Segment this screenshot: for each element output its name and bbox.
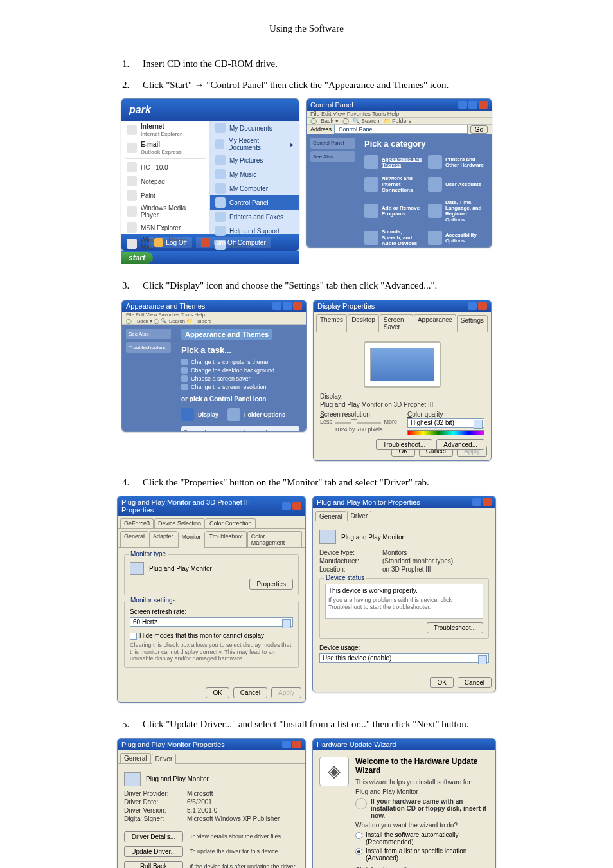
cp-sidebar-box-1[interactable]: Control Panel [310, 138, 355, 149]
help-icon[interactable] [282, 502, 291, 510]
help-icon[interactable] [282, 741, 291, 748]
start-button[interactable]: start [121, 252, 153, 264]
close-icon[interactable] [293, 302, 302, 310]
tab-troubleshoot[interactable]: Troubleshoot [206, 531, 247, 547]
tab-themes[interactable]: Themes [316, 314, 347, 332]
hidemodes-checkbox[interactable] [130, 633, 137, 640]
ok-button[interactable]: OK [430, 677, 453, 688]
tab-general[interactable]: General [120, 753, 151, 763]
tab-driver[interactable]: Driver [152, 754, 177, 764]
cat-accessibility[interactable]: Accessibility Options [428, 229, 486, 246]
sm-item-mymusic[interactable]: My Music [210, 167, 299, 181]
task-ss[interactable]: Choose a screen saver [181, 375, 299, 382]
driver-details-button[interactable]: Driver Details... [124, 831, 183, 842]
cat-datetime[interactable]: Date, Time, Language, and Regional Optio… [428, 199, 486, 222]
step-5-text: Click "Update Driver..." and select "Ins… [143, 717, 529, 732]
refresh-rate-combo[interactable]: 60 Hertz [130, 617, 293, 627]
sm-item-mycomp[interactable]: My Computer [210, 181, 299, 195]
sm-item-hct[interactable]: HCT 10.0 [121, 160, 209, 174]
sm-item-mypics[interactable]: My Pictures [210, 153, 299, 167]
help-icon[interactable] [472, 498, 481, 506]
appthemes-window: Appearance and Themes File Edit View Fav… [121, 300, 306, 432]
maximize-icon[interactable] [283, 302, 292, 310]
sm-item-controlpanel[interactable]: Control Panel [210, 195, 299, 210]
sm-item-internet[interactable]: InternetInternet Explorer [121, 121, 209, 139]
sm-item-wmp[interactable]: Windows Media Player [121, 203, 209, 221]
taskbar: start [121, 251, 299, 264]
cat-appearance[interactable]: Appearance and Themes [364, 155, 423, 169]
status-textbox: This device is working properly. If you … [325, 584, 483, 619]
color-quality-combo[interactable]: Highest (32 bit) [407, 418, 484, 428]
rollback-driver-button[interactable]: Roll Back Driver [124, 861, 183, 868]
tab-appearance[interactable]: Appearance [414, 314, 456, 332]
close-icon[interactable] [478, 302, 487, 310]
cancel-button[interactable]: Cancel [458, 677, 492, 688]
resolution-slider[interactable] [335, 422, 381, 424]
cat-sounds[interactable]: Sounds, Speech, and Audio Devices [364, 229, 423, 246]
troubleshoot-button[interactable]: Troubleshoot... [427, 622, 483, 633]
cp-address-field[interactable]: Control Panel [334, 125, 468, 134]
tab-devsel[interactable]: Device Selection [154, 518, 205, 528]
task-theme[interactable]: Change the computer's theme [181, 359, 299, 365]
tab-settings[interactable]: Settings [457, 315, 488, 332]
cp-addressbar: AddressControl PanelGo [306, 125, 492, 134]
cp-heading: Pick a category [364, 139, 486, 149]
apply-button[interactable]: Apply [271, 687, 301, 698]
cp-sidebar-box-2[interactable]: See Also [310, 151, 355, 162]
close-icon[interactable] [483, 498, 492, 506]
printer-icon [215, 212, 226, 222]
drvactions-body: Plug and Play Monitor Driver Provider:Mi… [118, 764, 305, 868]
sm-item-help[interactable]: Help and Support [210, 224, 299, 238]
tab-monitor[interactable]: Monitor [178, 532, 205, 548]
device-usage-combo[interactable]: Use this device (enable) [319, 653, 489, 663]
properties-button[interactable]: Properties [249, 579, 293, 590]
task-bg[interactable]: Change the desktop background [181, 367, 299, 374]
update-driver-button[interactable]: Update Driver... [124, 846, 183, 857]
tab-screensaver[interactable]: Screen Saver [380, 314, 413, 332]
tab-general[interactable]: General [120, 531, 148, 547]
tab-desktop[interactable]: Desktop [348, 314, 379, 332]
cp-go-button[interactable]: Go [470, 125, 488, 134]
tab-colormgmt[interactable]: Color Management [247, 531, 302, 547]
logoff-button[interactable]: Log Off [149, 237, 192, 248]
close-icon[interactable] [292, 741, 301, 748]
appthemes-sidebar: See Also Troubleshooters [122, 325, 175, 432]
tab-general[interactable]: General [315, 511, 346, 521]
maximize-icon[interactable] [468, 101, 477, 109]
task-res[interactable]: Change the screen resolution [181, 384, 299, 390]
minimize-icon[interactable] [272, 302, 281, 310]
cat-addremove[interactable]: Add or Remove Programs [364, 199, 423, 222]
advanced-button[interactable]: Advanced... [436, 439, 484, 450]
tab-driver[interactable]: Driver [347, 511, 372, 521]
help-icon[interactable] [468, 302, 477, 310]
turnoff-button[interactable]: Turn Off Computer [196, 237, 271, 248]
ok-button[interactable]: OK [206, 687, 229, 698]
cp-icon-display[interactable]: Display [181, 408, 218, 421]
close-icon[interactable] [479, 101, 488, 109]
sm-item-recent[interactable]: My Recent Documents▸ [210, 135, 299, 153]
wizard-opt-list[interactable]: Install from a list or specific location… [355, 847, 489, 862]
sm-item-paint[interactable]: Paint [121, 188, 209, 203]
sm-item-email[interactable]: E-mailOutlook Express [121, 139, 209, 157]
monitor-type-group: Monitor type Plug and Play Monitor Prope… [124, 554, 299, 595]
wizard-opt-auto[interactable]: Install the software automatically (Reco… [355, 831, 489, 845]
drvtab-titlebar: Plug and Play Monitor Properties [313, 496, 495, 508]
cancel-button[interactable]: Cancel [233, 687, 267, 698]
troubleshoot-button[interactable]: Troubleshoot... [376, 439, 432, 450]
minimize-icon[interactable] [458, 101, 467, 109]
sm-item-mydocs[interactable]: My Documents [210, 121, 299, 135]
kv-loc-v: on 3D Prophet III [382, 566, 431, 573]
tab-geforce3[interactable]: GeForce3 [120, 518, 154, 528]
drvtab-tabs: General Driver [313, 508, 495, 521]
close-icon[interactable] [292, 502, 301, 510]
cat-network[interactable]: Network and Internet Connections [364, 176, 423, 193]
tab-adapter[interactable]: Adapter [149, 531, 177, 547]
cat-printers[interactable]: Printers and Other Hardware [428, 155, 486, 169]
sm-item-msn[interactable]: MSN Explorer [121, 221, 209, 235]
dispprops-title: Display Properties [317, 302, 375, 310]
sm-item-notepad[interactable]: Notepad [121, 174, 209, 188]
sm-item-printers[interactable]: Printers and Faxes [210, 210, 299, 224]
cat-users[interactable]: User Accounts [428, 176, 486, 193]
cp-icon-folder[interactable]: Folder Options [227, 408, 285, 421]
tab-colorcorr[interactable]: Color Correction [206, 518, 256, 528]
